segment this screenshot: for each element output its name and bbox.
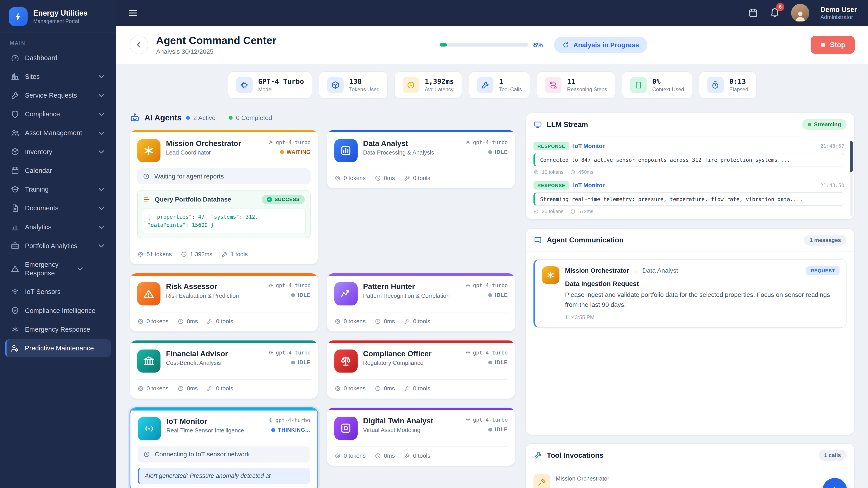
- avatar[interactable]: [791, 4, 809, 22]
- notification-badge: 6: [776, 3, 784, 11]
- message-from: Mission Orchestrator: [565, 267, 629, 274]
- hamburger-menu-icon[interactable]: [127, 7, 138, 19]
- scales-icon: [334, 350, 358, 373]
- panel-title: Tool Invocations: [547, 451, 814, 459]
- sidebar-item-inventory[interactable]: Inventory: [5, 143, 111, 161]
- stat-context-used: 0%Context Used: [622, 71, 692, 99]
- clock-icon: [375, 453, 381, 459]
- scrollbar-thumb[interactable]: [850, 141, 852, 172]
- agent-card-iot-monitor[interactable]: IoT Monitor Real-Time Sensor Intelligenc…: [129, 408, 318, 488]
- stream-agent: IoT Monitor: [573, 182, 604, 189]
- token-icon: [137, 251, 144, 258]
- analysis-progress-bar: [440, 43, 528, 46]
- stat-label: Elapsed: [729, 87, 748, 93]
- sidebar-item-documents[interactable]: Documents: [5, 199, 111, 217]
- sidebar-item-emergency-response-2[interactable]: Emergency Response: [5, 321, 111, 338]
- agent-model: gpt-4-turbo: [473, 417, 508, 423]
- agent-model: gpt-4-turbo: [473, 139, 508, 145]
- page-subtitle: Analysis 30/12/2025: [156, 48, 276, 55]
- sidebar-item-asset-management[interactable]: Asset Management: [5, 124, 111, 142]
- calendar-icon[interactable]: [748, 8, 758, 18]
- agent-card-digital-twin-analyst[interactable]: Digital Twin Analyst Virtual Asset Model…: [327, 408, 515, 466]
- agent-model: gpt-4-turbo: [276, 139, 311, 145]
- card-accent: [327, 273, 515, 275]
- gauge-icon: [11, 53, 20, 62]
- trend-line-icon: [334, 282, 358, 305]
- bolt-icon: [13, 12, 23, 22]
- agent-alert: Alert generated: Pressure anomaly detect…: [138, 468, 310, 484]
- completed-count: 0 Completed: [229, 114, 272, 122]
- panel-title: LLM Stream: [547, 121, 798, 129]
- analysis-status-pill[interactable]: Analysis in Progress: [554, 37, 647, 53]
- topbar: 6 Demo User Administrator: [116, 0, 868, 26]
- agent-model: gpt-4-turbo: [473, 282, 508, 288]
- stat-value: 0%: [652, 77, 684, 86]
- agent-role: Pattern Recognition & Correlation: [363, 293, 450, 299]
- radio-signal-icon: [138, 417, 161, 440]
- sidebar-item-sites[interactable]: Sites: [5, 68, 111, 86]
- agent-status: IDLE: [298, 292, 311, 298]
- nav-label: Sites: [25, 72, 91, 81]
- gear-icon: [465, 417, 471, 422]
- stream-text: Streaming real-time telemetry: pressure,…: [533, 192, 844, 206]
- llm-stream-panel: LLM Stream Streaming RESPONSE IoT Monito…: [525, 112, 855, 220]
- sidebar-item-emergency-response[interactable]: Emergency Response: [5, 256, 111, 282]
- agent-card-compliance-officer[interactable]: Compliance Officer Regulatory Compliance…: [327, 340, 515, 399]
- stat-value: 11: [567, 77, 607, 86]
- nav-label: Predictive Maintenance: [25, 344, 106, 352]
- sidebar-item-training[interactable]: Training: [5, 181, 111, 198]
- stream-body[interactable]: RESPONSE IoT Monitor 21:43:57 Connected …: [526, 136, 854, 219]
- message-body: Please ingest and validate portfolio dat…: [565, 290, 839, 310]
- gear-icon: [465, 350, 471, 355]
- sidebar-item-analytics[interactable]: Analytics: [5, 218, 111, 236]
- token-icon: [334, 453, 341, 459]
- tool-invocation-item[interactable]: Mission Orchestrator INPUT: [533, 474, 846, 488]
- sidebar-item-dashboard[interactable]: Dashboard: [5, 49, 111, 67]
- progress-percent: 8%: [533, 41, 543, 49]
- notifications-button[interactable]: 6: [770, 7, 780, 20]
- sidebar-item-compliance-intelligence[interactable]: Compliance Intelligence: [5, 302, 111, 320]
- nav-label: Portfolio Analytics: [25, 241, 91, 250]
- agent-name: IoT Monitor: [166, 417, 244, 426]
- agent-card-risk-assessor[interactable]: Risk Assessor Risk Evaluation & Predicti…: [129, 273, 318, 332]
- sidebar-item-iot-sensors[interactable]: IoT Sensors: [5, 283, 111, 300]
- page-title-block: Agent Command Center Analysis 30/12/2025: [156, 34, 276, 55]
- stat-value: 0:13: [729, 77, 748, 86]
- nav-label: Asset Management: [25, 129, 91, 137]
- document-icon: [11, 204, 20, 213]
- tool-output: { "properties": 47, "systems": 312, "dat…: [142, 208, 306, 233]
- back-button[interactable]: [129, 35, 148, 54]
- stat-label: Tokens Used: [349, 87, 379, 93]
- clock-icon: [570, 169, 576, 175]
- twin-model-icon: [334, 417, 358, 440]
- nav-label: Documents: [25, 204, 91, 213]
- nav-section-label: MAIN: [0, 33, 116, 49]
- agent-card-pattern-hunter[interactable]: Pattern Hunter Pattern Recognition & Cor…: [327, 273, 515, 332]
- wrench-icon: [533, 451, 542, 459]
- sidebar-item-predictive-maintenance[interactable]: Predictive Maintenance: [5, 339, 111, 357]
- chat-icon: [533, 236, 542, 245]
- sidebar-item-calendar[interactable]: Calendar: [5, 162, 111, 180]
- agent-card-data-analyst[interactable]: Data Analyst Data Processing & Analysis …: [327, 130, 515, 189]
- token-icon: [334, 385, 341, 392]
- bank-icon: [137, 350, 160, 373]
- stat-value: 138: [349, 77, 379, 86]
- right-column: LLM Stream Streaming RESPONSE IoT Monito…: [525, 112, 855, 488]
- sidebar-item-compliance[interactable]: Compliance: [5, 105, 111, 123]
- stop-button[interactable]: Stop: [811, 36, 855, 54]
- agents-section-header: AI Agents 2 Active 0 Completed: [129, 112, 515, 123]
- agent-name: Financial Advisor: [166, 350, 228, 358]
- agent-name: Digital Twin Analyst: [363, 417, 433, 425]
- stat-tokens-used: 138Tokens Used: [319, 71, 388, 99]
- agent-card-mission-orchestrator[interactable]: Mission Orchestrator Lead Coordinator gp…: [129, 130, 318, 265]
- agent-message[interactable]: Mission Orchestrator → Data Analyst REQU…: [533, 259, 846, 328]
- buildings-icon: [11, 72, 20, 81]
- sidebar: Energy Utilities Management Portal MAIN …: [0, 0, 116, 488]
- sidebar-item-service-requests[interactable]: Service Requests: [5, 87, 111, 104]
- message-time: 11:43:55 PM: [565, 315, 839, 321]
- sidebar-item-portfolio-analytics[interactable]: Portfolio Analytics: [5, 237, 111, 255]
- agent-footer: 0 tokens 0ms 0 tools: [334, 169, 508, 182]
- agent-card-financial-advisor[interactable]: Financial Advisor Cost-Benefit Analysis …: [129, 340, 318, 399]
- progress-fill: [440, 43, 447, 46]
- wrench-icon: [221, 251, 228, 258]
